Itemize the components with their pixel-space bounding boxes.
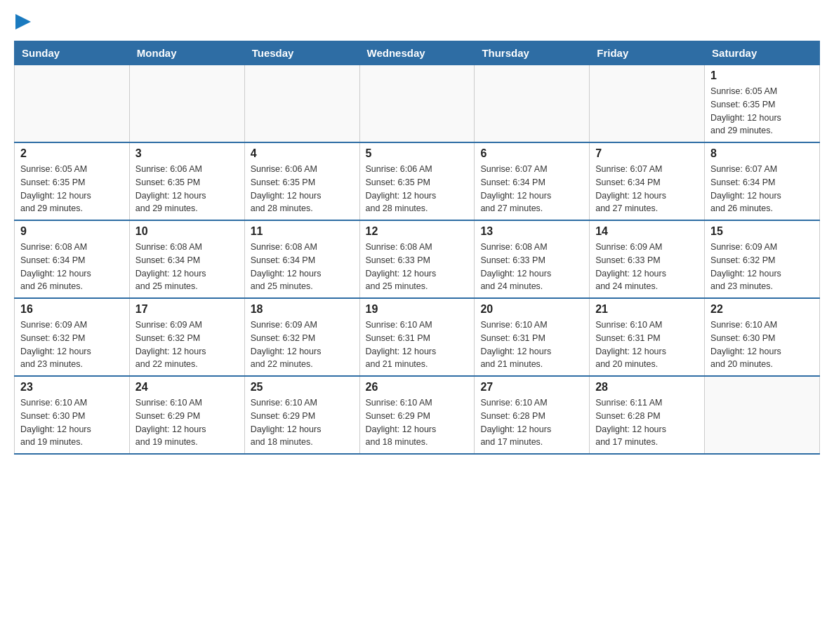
day-number: 23 [20,381,124,394]
calendar-cell: 11Sunrise: 6:08 AM Sunset: 6:34 PM Dayli… [244,220,359,298]
calendar-cell: 19Sunrise: 6:10 AM Sunset: 6:31 PM Dayli… [359,298,475,376]
calendar-header: SundayMondayTuesdayWednesdayThursdayFrid… [15,41,820,65]
day-number: 26 [366,381,469,394]
day-info: Sunrise: 6:10 AM Sunset: 6:30 PM Dayligh… [710,318,814,371]
calendar-cell: 26Sunrise: 6:10 AM Sunset: 6:29 PM Dayli… [359,376,475,454]
day-info: Sunrise: 6:08 AM Sunset: 6:34 PM Dayligh… [20,241,124,293]
logo [14,14,35,29]
calendar-cell: 27Sunrise: 6:10 AM Sunset: 6:28 PM Dayli… [475,376,590,454]
day-info: Sunrise: 6:10 AM Sunset: 6:31 PM Dayligh… [480,318,583,371]
day-number: 17 [135,303,239,316]
day-info: Sunrise: 6:09 AM Sunset: 6:32 PM Dayligh… [20,318,124,371]
calendar-cell: 1Sunrise: 6:05 AM Sunset: 6:35 PM Daylig… [705,65,820,143]
calendar-cell: 24Sunrise: 6:10 AM Sunset: 6:29 PM Dayli… [129,376,244,454]
day-info: Sunrise: 6:10 AM Sunset: 6:29 PM Dayligh… [251,396,354,449]
header-sunday: Sunday [15,41,130,65]
day-info: Sunrise: 6:10 AM Sunset: 6:29 PM Dayligh… [135,396,239,449]
day-number: 4 [251,147,354,160]
calendar-cell [129,65,244,143]
calendar-cell: 28Sunrise: 6:11 AM Sunset: 6:28 PM Dayli… [590,376,705,454]
calendar-cell: 20Sunrise: 6:10 AM Sunset: 6:31 PM Dayli… [475,298,590,376]
day-number: 9 [20,225,124,238]
header-friday: Friday [590,41,705,65]
day-number: 28 [595,381,699,394]
calendar-cell [475,65,590,143]
calendar-cell: 9Sunrise: 6:08 AM Sunset: 6:34 PM Daylig… [15,220,130,298]
calendar-cell: 12Sunrise: 6:08 AM Sunset: 6:33 PM Dayli… [359,220,475,298]
day-number: 20 [480,303,583,316]
calendar-cell [15,65,130,143]
day-number: 10 [135,225,239,238]
day-number: 14 [595,225,699,238]
calendar-cell: 10Sunrise: 6:08 AM Sunset: 6:34 PM Dayli… [129,220,244,298]
day-info: Sunrise: 6:07 AM Sunset: 6:34 PM Dayligh… [595,163,699,215]
page-header [14,14,820,29]
day-number: 24 [135,381,239,394]
calendar-cell [244,65,359,143]
day-info: Sunrise: 6:11 AM Sunset: 6:28 PM Dayligh… [595,396,699,449]
day-info: Sunrise: 6:09 AM Sunset: 6:32 PM Dayligh… [251,318,354,371]
calendar-cell [705,376,820,454]
day-info: Sunrise: 6:05 AM Sunset: 6:35 PM Dayligh… [710,85,814,137]
day-number: 15 [710,225,814,238]
svg-marker-0 [15,14,31,29]
day-number: 27 [480,381,583,394]
header-monday: Monday [129,41,244,65]
day-info: Sunrise: 6:08 AM Sunset: 6:34 PM Dayligh… [251,241,354,293]
day-info: Sunrise: 6:10 AM Sunset: 6:31 PM Dayligh… [366,318,469,371]
day-info: Sunrise: 6:08 AM Sunset: 6:34 PM Dayligh… [135,241,239,293]
day-info: Sunrise: 6:10 AM Sunset: 6:29 PM Dayligh… [366,396,469,449]
header-wednesday: Wednesday [359,41,475,65]
day-number: 2 [20,147,124,160]
day-info: Sunrise: 6:09 AM Sunset: 6:32 PM Dayligh… [135,318,239,371]
week-row-5: 23Sunrise: 6:10 AM Sunset: 6:30 PM Dayli… [15,376,820,454]
calendar-cell: 23Sunrise: 6:10 AM Sunset: 6:30 PM Dayli… [15,376,130,454]
day-info: Sunrise: 6:09 AM Sunset: 6:33 PM Dayligh… [595,241,699,293]
logo-general-text [14,14,31,29]
header-tuesday: Tuesday [244,41,359,65]
day-info: Sunrise: 6:08 AM Sunset: 6:33 PM Dayligh… [480,241,583,293]
calendar-cell: 15Sunrise: 6:09 AM Sunset: 6:32 PM Dayli… [705,220,820,298]
calendar-cell: 18Sunrise: 6:09 AM Sunset: 6:32 PM Dayli… [244,298,359,376]
day-info: Sunrise: 6:10 AM Sunset: 6:31 PM Dayligh… [595,318,699,371]
day-info: Sunrise: 6:10 AM Sunset: 6:30 PM Dayligh… [20,396,124,449]
day-number: 21 [595,303,699,316]
calendar-cell: 8Sunrise: 6:07 AM Sunset: 6:34 PM Daylig… [705,142,820,220]
day-info: Sunrise: 6:07 AM Sunset: 6:34 PM Dayligh… [480,163,583,215]
day-number: 5 [366,147,469,160]
day-info: Sunrise: 6:10 AM Sunset: 6:28 PM Dayligh… [480,396,583,449]
day-info: Sunrise: 6:06 AM Sunset: 6:35 PM Dayligh… [366,163,469,215]
calendar-cell: 7Sunrise: 6:07 AM Sunset: 6:34 PM Daylig… [590,142,705,220]
calendar-cell [359,65,475,143]
week-row-1: 1Sunrise: 6:05 AM Sunset: 6:35 PM Daylig… [15,65,820,143]
day-number: 12 [366,225,469,238]
calendar-cell: 6Sunrise: 6:07 AM Sunset: 6:34 PM Daylig… [475,142,590,220]
calendar-table: SundayMondayTuesdayWednesdayThursdayFrid… [14,41,820,455]
day-number: 1 [710,69,814,82]
calendar-cell: 22Sunrise: 6:10 AM Sunset: 6:30 PM Dayli… [705,298,820,376]
day-info: Sunrise: 6:08 AM Sunset: 6:33 PM Dayligh… [366,241,469,293]
day-number: 8 [710,147,814,160]
day-number: 7 [595,147,699,160]
calendar-cell [590,65,705,143]
calendar-cell: 13Sunrise: 6:08 AM Sunset: 6:33 PM Dayli… [475,220,590,298]
calendar-cell: 25Sunrise: 6:10 AM Sunset: 6:29 PM Dayli… [244,376,359,454]
logo-arrow-icon [15,14,31,29]
day-info: Sunrise: 6:05 AM Sunset: 6:35 PM Dayligh… [20,163,124,215]
calendar-cell: 16Sunrise: 6:09 AM Sunset: 6:32 PM Dayli… [15,298,130,376]
day-number: 18 [251,303,354,316]
header-row: SundayMondayTuesdayWednesdayThursdayFrid… [15,41,820,65]
day-number: 11 [251,225,354,238]
day-number: 22 [710,303,814,316]
day-info: Sunrise: 6:09 AM Sunset: 6:32 PM Dayligh… [710,241,814,293]
day-number: 19 [366,303,469,316]
calendar-cell: 21Sunrise: 6:10 AM Sunset: 6:31 PM Dayli… [590,298,705,376]
calendar-cell: 5Sunrise: 6:06 AM Sunset: 6:35 PM Daylig… [359,142,475,220]
day-number: 16 [20,303,124,316]
calendar-cell: 17Sunrise: 6:09 AM Sunset: 6:32 PM Dayli… [129,298,244,376]
calendar-cell: 4Sunrise: 6:06 AM Sunset: 6:35 PM Daylig… [244,142,359,220]
week-row-4: 16Sunrise: 6:09 AM Sunset: 6:32 PM Dayli… [15,298,820,376]
day-number: 13 [480,225,583,238]
week-row-2: 2Sunrise: 6:05 AM Sunset: 6:35 PM Daylig… [15,142,820,220]
day-number: 6 [480,147,583,160]
